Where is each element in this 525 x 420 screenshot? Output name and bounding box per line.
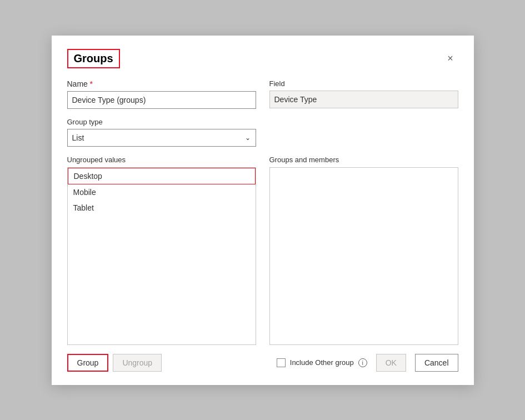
list-item[interactable]: Desktop: [68, 168, 256, 184]
groups-members-label: Groups and members: [269, 156, 458, 164]
groups-dialog: Groups × Name * Field Group type: [52, 36, 474, 385]
panels-row: Ungrouped values Desktop Mobile Tablet G…: [67, 156, 458, 345]
group-type-label: Group type: [67, 118, 256, 126]
footer-row: Group Ungroup Include Other group i OK C…: [67, 354, 458, 372]
ungrouped-col: Ungrouped values Desktop Mobile Tablet: [67, 156, 256, 345]
footer-left: Group Ungroup: [67, 354, 162, 372]
name-input[interactable]: [67, 91, 256, 109]
group-button[interactable]: Group: [67, 354, 109, 372]
ok-button: OK: [376, 354, 406, 372]
groups-col: Groups and members: [269, 156, 458, 345]
ungrouped-label: Ungrouped values: [67, 156, 256, 164]
required-indicator: *: [89, 79, 92, 88]
group-type-col: Group type List Bin Advanced ⌄: [67, 118, 256, 147]
groups-members-panel: [269, 167, 458, 345]
field-col: Field: [269, 79, 458, 109]
include-other-checkbox[interactable]: [277, 358, 286, 367]
info-icon[interactable]: i: [358, 358, 367, 367]
name-field-row: Name * Field: [67, 79, 458, 109]
ungroup-button: Ungroup: [113, 354, 162, 372]
ungrouped-list: Desktop Mobile Tablet: [67, 167, 256, 345]
list-item[interactable]: Mobile: [68, 184, 256, 200]
field-label: Field: [269, 79, 458, 88]
dialog-header: Groups ×: [67, 49, 458, 68]
include-other-container: Include Other group i: [277, 358, 367, 367]
group-type-row: Group type List Bin Advanced ⌄: [67, 118, 458, 147]
close-button[interactable]: ×: [443, 51, 458, 66]
dialog-title: Groups: [67, 49, 120, 68]
footer-right: Include Other group i OK Cancel: [277, 354, 458, 372]
list-item[interactable]: Tablet: [68, 200, 256, 216]
name-label: Name *: [67, 79, 256, 88]
cancel-button[interactable]: Cancel: [415, 354, 458, 372]
group-type-select[interactable]: List Bin Advanced: [67, 129, 256, 147]
group-type-select-wrapper: List Bin Advanced ⌄: [67, 129, 256, 147]
include-other-label: Include Other group: [290, 358, 354, 367]
name-col: Name *: [67, 79, 256, 109]
field-input: [269, 91, 458, 108]
dialog-overlay: Groups × Name * Field Group type: [0, 0, 525, 420]
